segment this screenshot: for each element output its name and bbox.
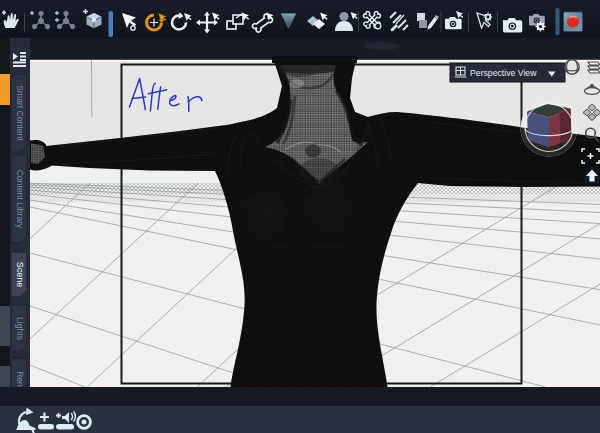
svg-text:Lights: Lights [15,317,25,340]
svg-text:Perspective View: Perspective View [470,68,537,78]
svg-text:Scene: Scene [15,262,25,288]
svg-text:Smart Content: Smart Content [15,85,25,141]
svg-text:Ren: Ren [15,371,25,387]
svg-text:Content Library: Content Library [15,170,25,229]
